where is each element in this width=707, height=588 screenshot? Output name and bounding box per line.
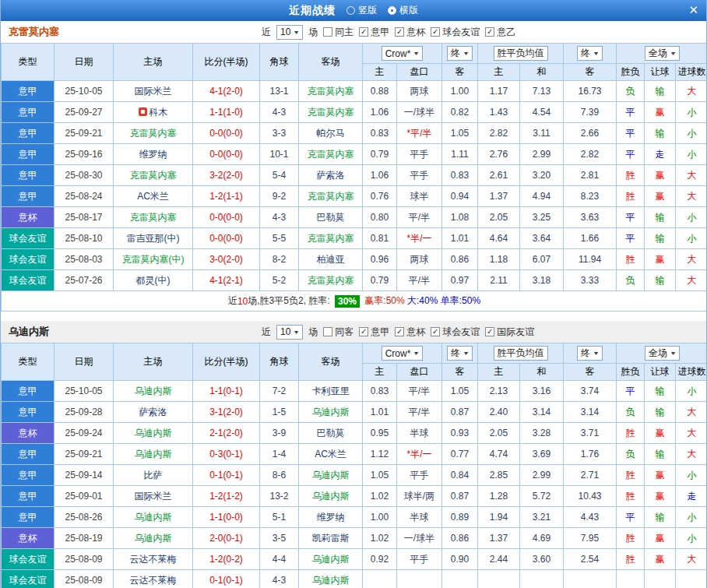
chevron-down-icon: ▼ [593,51,600,56]
corners: 5-1 [260,507,299,528]
away-team[interactable]: 乌迪内斯 [299,549,363,570]
home-team[interactable]: 克雷莫内塞 [114,207,193,228]
home-team[interactable]: AC米兰 [114,186,193,207]
odds-home: 1.02 [363,486,397,507]
home-team[interactable]: 乌迪内斯 [114,423,193,444]
scope-select[interactable]: 全场▼ [645,46,680,61]
match-count-select[interactable]: 10▼ [276,325,303,340]
goals-total: 小 [676,102,707,123]
home-team[interactable]: 比萨 [114,465,193,486]
away-team[interactable]: 凯莉雷斯 [299,528,363,549]
layout-horizontal-radio[interactable]: 横版 [388,4,418,17]
match-count-select[interactable]: 10▼ [276,25,303,40]
avg-stage-select[interactable]: 终▼ [577,46,603,61]
handicap-result: 赢 [645,102,676,123]
chevron-down-icon: ▼ [413,350,420,356]
avg-home: 1.37 [478,528,520,549]
handicap: 平手 [397,165,442,186]
filter-checkbox[interactable]: 同主 [323,26,354,39]
match-row: 意甲25-09-28萨索洛3-1(2-0)1-5乌迪内斯1.01平/半0.872… [2,402,707,423]
filter-checkbox[interactable]: ✓国际友谊 [485,326,534,339]
avg-draw: 5.72 [520,486,564,507]
handicap-result: 输 [645,270,676,291]
layout-vertical-radio[interactable]: 竖版 [346,4,377,17]
close-icon[interactable]: ✕ [688,3,698,17]
checkbox-unchecked-icon [323,27,332,37]
away-team[interactable]: 克雷莫内塞 [299,144,363,165]
away-team[interactable]: 克雷莫内塞 [299,270,363,291]
home-team[interactable]: 乌迪内斯 [114,528,193,549]
filter-checkbox[interactable]: ✓球会友谊 [431,326,480,339]
away-team[interactable]: 巴勒莫 [299,207,363,228]
result: 平 [617,144,645,165]
home-team[interactable]: 维罗纳 [114,144,193,165]
away-team[interactable]: 帕尔马 [299,123,363,144]
filter-checkbox[interactable]: ✓意乙 [485,26,515,39]
home-team[interactable]: 克雷莫内塞 [114,165,193,186]
match-date: 25-09-27 [55,102,114,123]
league-badge: 意甲 [2,402,55,423]
away-team[interactable]: 卡利亚里 [299,381,363,402]
avg-draw: 3.16 [520,381,564,402]
home-team[interactable]: 乌迪内斯 [114,444,193,465]
odds-company-select[interactable]: Crow*▼ [382,346,424,361]
league-badge: 意杯 [2,207,55,228]
away-team[interactable]: 乌迪内斯 [299,402,363,423]
avg-type-select[interactable]: 胜平负均值 [494,46,548,61]
home-team[interactable]: 乌迪内斯 [114,381,193,402]
away-team[interactable]: 乌迪内斯 [299,465,363,486]
home-team[interactable]: 乌迪内斯 [114,507,193,528]
scope-select[interactable]: 全场▼ [645,346,680,361]
away-team[interactable]: 克雷莫内塞 [299,102,363,123]
home-team[interactable]: 都灵(中) [114,270,193,291]
away-team[interactable]: 萨索洛 [299,165,363,186]
avg-stage-select[interactable]: 终▼ [577,346,603,361]
checkbox-checked-icon: ✓ [395,327,404,336]
avg-type-select[interactable]: 胜平负均值 [494,346,548,361]
col-header-type: 类型 [2,343,55,381]
home-team[interactable]: 萨索洛 [114,402,193,423]
home-team[interactable]: 克雷莫内塞(中) [114,249,193,270]
home-team[interactable]: 科木 [114,102,193,123]
corners: 7-2 [260,381,299,402]
subcol-odds-away: 客 [442,64,478,81]
filter-checkbox[interactable]: ✓意甲 [359,26,389,39]
away-team[interactable]: 巴勒莫 [299,423,363,444]
filter-checkbox[interactable]: ✓意杯 [395,26,425,39]
filter-checkbox[interactable]: ✓意杯 [395,326,425,339]
home-team[interactable]: 国际米兰 [114,81,193,102]
odds-company-select[interactable]: Crow*▼ [382,46,424,61]
league-badge: 球会友谊 [2,270,55,291]
odds-home: 0.96 [363,249,397,270]
away-team[interactable]: 维罗纳 [299,507,363,528]
handicap [397,570,442,588]
home-team[interactable]: 克雷莫内塞 [114,123,193,144]
home-team[interactable]: 云达不莱梅 [114,570,193,588]
home-team[interactable]: 雷吉亚那(中) [114,228,193,249]
avg-draw: 3.28 [520,423,564,444]
handicap-result: 输 [645,207,676,228]
result: 负 [617,270,645,291]
score: 0-0(0-0) [193,207,260,228]
result: 胜 [617,465,645,486]
league-badge: 意甲 [2,444,55,465]
odds-home: 1.02 [363,528,397,549]
home-team[interactable]: 国际米兰 [114,486,193,507]
odds-stage-select[interactable]: 终▼ [447,346,473,361]
filter-checkbox[interactable]: 同客 [323,326,354,339]
away-team[interactable]: 克雷莫内塞 [299,186,363,207]
away-team[interactable]: 乌迪内斯 [299,570,363,588]
avg-draw: 3.14 [520,402,564,423]
corners: 3-9 [260,423,299,444]
away-team[interactable]: 乌迪内斯 [299,486,363,507]
away-team[interactable]: 柏迪亚 [299,249,363,270]
home-team[interactable]: 云达不莱梅 [114,549,193,570]
match-row: 意甲25-09-14比萨0-1(0-1)8-6乌迪内斯1.05平手0.842.8… [2,465,707,486]
away-team[interactable]: 克雷莫内塞 [299,81,363,102]
match-date: 25-09-16 [55,144,114,165]
away-team[interactable]: 克雷莫内塞 [299,228,363,249]
away-team[interactable]: AC米兰 [299,444,363,465]
filter-checkbox[interactable]: ✓意甲 [359,326,389,339]
filter-checkbox[interactable]: ✓球会友谊 [431,26,480,39]
odds-stage-select[interactable]: 终▼ [447,46,473,61]
